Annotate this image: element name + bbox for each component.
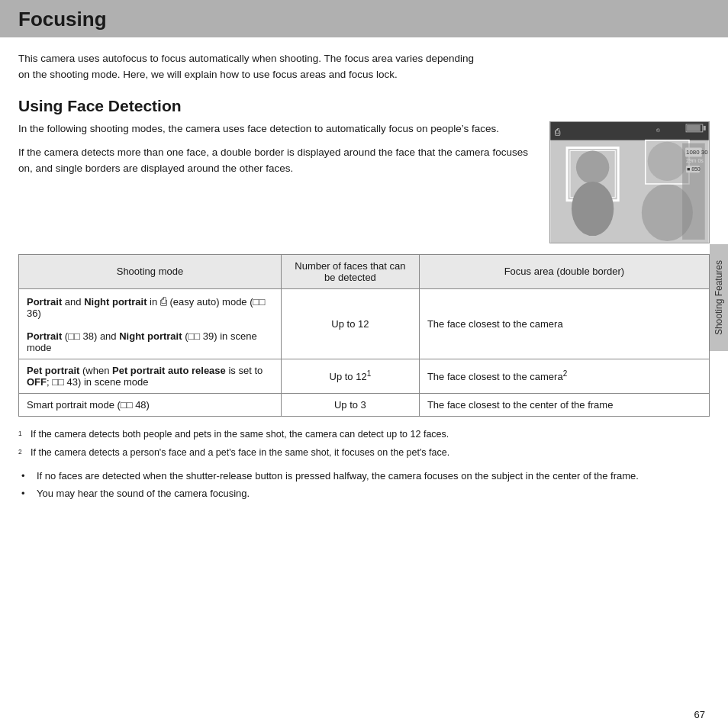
footnote-num-2: 2 <box>18 446 27 461</box>
faces-count-cell-3: Up to 3 <box>281 393 419 416</box>
two-column-layout: In the following shooting modes, the cam… <box>18 121 710 243</box>
face-detect-description: In the following shooting modes, the cam… <box>18 121 534 243</box>
svg-text:■ 850: ■ 850 <box>687 166 701 172</box>
off-label: OFF <box>27 376 47 388</box>
footnote-text-2: If the camera detects a person's face an… <box>31 446 449 461</box>
bullet-item-1: • If no faces are detected when the shut… <box>21 469 710 485</box>
table-row: Smart portrait mode (□□ 48) Up to 3 The … <box>19 393 710 416</box>
svg-rect-5 <box>704 126 706 130</box>
header-bar: Focusing <box>0 0 728 37</box>
focus-area-cell-3: The face closest to the center of the fr… <box>419 393 709 416</box>
footnote-1: 1 If the camera detects both people and … <box>18 427 710 443</box>
sidebar-label: Shooting Features <box>714 260 724 335</box>
portrait2-label: Portrait <box>27 330 62 342</box>
svg-text:⎙: ⎙ <box>555 127 561 137</box>
bullet-dot-1: • <box>21 469 31 485</box>
face-detect-para1: In the following shooting modes, the cam… <box>18 121 534 137</box>
pet-portrait-label: Pet portrait <box>27 365 79 376</box>
bullet-dot-2: • <box>21 486 31 502</box>
night-portrait-label: Night portrait <box>84 296 147 308</box>
svg-text:⎋: ⎋ <box>656 127 660 134</box>
table-row: Pet portrait (when Pet portrait auto rel… <box>19 359 710 393</box>
footnote-num-1: 1 <box>18 427 27 443</box>
shooting-mode-cell-2: Pet portrait (when Pet portrait auto rel… <box>19 359 282 393</box>
svg-text:29m 0s: 29m 0s <box>686 158 704 163</box>
sidebar-tab: Shooting Features <box>710 244 728 351</box>
faces-count-cell-2: Up to 121 <box>281 359 419 393</box>
focus-area-cell-1: The face closest to the camera <box>419 288 709 359</box>
bullet-text-1: If no faces are detected when the shutte… <box>37 469 639 485</box>
col-header-shooting: Shooting mode <box>19 254 282 288</box>
portrait-label: Portrait <box>27 296 62 308</box>
col-header-focus: Focus area (double border) <box>419 254 709 288</box>
footnote-2: 2 If the camera detects a person's face … <box>18 446 710 461</box>
table-header: Shooting mode Number of faces that can b… <box>19 254 710 288</box>
svg-point-9 <box>576 150 609 183</box>
faces-count-cell-1: Up to 12 <box>281 288 419 359</box>
table-body: Portrait and Night portrait in ⎙ (easy a… <box>19 288 710 416</box>
col-header-faces: Number of faces that can be detected <box>281 254 419 288</box>
pet-auto-label: Pet portrait auto release <box>112 365 226 376</box>
easy-auto-icon: ⎙ <box>160 295 167 308</box>
bullet-item-2: • You may hear the sound of the camera f… <box>21 486 710 502</box>
svg-rect-1 <box>550 122 708 140</box>
table-row: Portrait and Night portrait in ⎙ (easy a… <box>19 288 710 359</box>
page-number: 67 <box>694 709 705 720</box>
main-content: This camera uses autofocus to focus auto… <box>0 37 728 502</box>
footnote-ref-1: 1 <box>367 369 372 378</box>
footnote-text-1: If the camera detects both people and pe… <box>31 427 449 443</box>
intro-paragraph: This camera uses autofocus to focus auto… <box>18 51 476 83</box>
section-title: Using Face Detection <box>18 97 710 115</box>
focus-table: Shooting mode Number of faces that can b… <box>18 254 710 417</box>
shooting-mode-cell-3: Smart portrait mode (□□ 48) <box>19 393 282 416</box>
camera-display-image: ⎙ ⎋ 1080 30 29m 0s <box>549 121 710 243</box>
shooting-mode-cell: Portrait and Night portrait in ⎙ (easy a… <box>19 288 282 359</box>
svg-point-11 <box>648 142 687 181</box>
focus-area-cell-2: The face closest to the camera2 <box>419 359 709 393</box>
svg-point-10 <box>572 182 614 236</box>
bullet-text-2: You may hear the sound of the camera foc… <box>37 486 250 502</box>
footnote-ref-2: 2 <box>563 369 568 378</box>
svg-rect-4 <box>687 125 701 131</box>
face-detect-para2: If the camera detects more than one face… <box>18 145 534 177</box>
page-title: Focusing <box>18 8 710 31</box>
footnotes-section: 1 If the camera detects both people and … <box>18 427 710 461</box>
svg-text:1080 30: 1080 30 <box>686 149 708 156</box>
bullet-notes-section: • If no faces are detected when the shut… <box>21 469 710 503</box>
night-portrait2-label: Night portrait <box>119 330 182 342</box>
